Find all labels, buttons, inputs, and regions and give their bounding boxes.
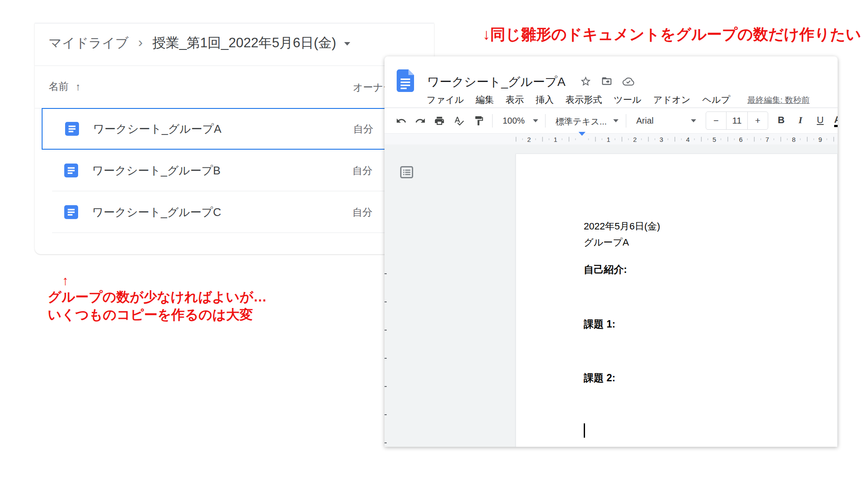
menu-insert[interactable]: 挿入 bbox=[536, 94, 554, 106]
cloud-saved-icon[interactable] bbox=[622, 75, 634, 87]
ruler-tick bbox=[536, 138, 536, 140]
toolbar-separator bbox=[626, 114, 626, 128]
breadcrumb-root[interactable]: マイドライブ bbox=[49, 34, 128, 52]
move-to-folder-icon[interactable] bbox=[601, 75, 613, 87]
ruler-tick bbox=[648, 137, 648, 142]
ruler-tick bbox=[522, 138, 523, 140]
column-header-name[interactable]: 名前 ↑ bbox=[49, 80, 81, 93]
ruler-tick bbox=[602, 138, 602, 140]
annotation-bottom-line2: いくつものコピーを作るのは大変 bbox=[48, 307, 253, 322]
text-cursor bbox=[584, 423, 585, 438]
ruler-tick bbox=[807, 137, 807, 142]
doc-file-icon bbox=[65, 122, 79, 136]
horizontal-ruler: 21123456789 bbox=[385, 133, 838, 145]
ruler-tick bbox=[727, 137, 728, 142]
ruler-number: 5 bbox=[713, 136, 716, 143]
zoom-caret-icon[interactable] bbox=[533, 119, 538, 122]
docs-window: ワークシート_グループA ファイル 編集 表示 挿入 表示形式 ツール アドオン… bbox=[385, 56, 838, 447]
file-owner: 自分 bbox=[353, 122, 373, 136]
doc-task1-heading: 課題 1: bbox=[584, 318, 615, 331]
vertical-ruler-tick bbox=[385, 301, 387, 302]
breadcrumb-folder[interactable]: 授業_第1回_2022年5月6日(金) bbox=[152, 34, 336, 52]
ruler-tick bbox=[760, 138, 761, 140]
file-row[interactable]: ワークシート_グループA 自分 bbox=[42, 108, 434, 150]
font-size-stepper: − 11 + bbox=[706, 111, 768, 130]
ruler-tick bbox=[516, 137, 516, 142]
text-color-button[interactable]: A bbox=[834, 115, 838, 127]
menu-format[interactable]: 表示形式 bbox=[566, 94, 602, 106]
doc-title[interactable]: ワークシート_グループA bbox=[427, 74, 566, 90]
ruler-tick bbox=[734, 138, 734, 140]
underline-button[interactable]: U bbox=[817, 115, 824, 126]
ruler-tick bbox=[668, 138, 668, 140]
font-size-increase-button[interactable]: + bbox=[748, 112, 768, 129]
document-outline-icon[interactable] bbox=[400, 166, 413, 178]
menu-file[interactable]: ファイル bbox=[427, 94, 464, 106]
title-action-icons bbox=[580, 75, 634, 87]
file-name: ワークシート_グループC bbox=[92, 205, 221, 220]
ruler-tick bbox=[694, 138, 695, 140]
menu-view[interactable]: 表示 bbox=[506, 94, 524, 106]
ruler-tick bbox=[787, 138, 787, 140]
menu-addons[interactable]: アドオン bbox=[653, 94, 690, 106]
doc-intro-heading: 自己紹介: bbox=[584, 263, 627, 276]
document-canvas: 2022年5月6日(金) グループA 自己紹介: 課題 1: 課題 2: bbox=[385, 144, 838, 447]
ruler-tick bbox=[774, 138, 774, 140]
paragraph-style-select[interactable]: 標準テキス... bbox=[556, 116, 607, 128]
file-row[interactable]: ワークシート_グループB 自分 bbox=[42, 150, 434, 191]
ruler-tick bbox=[595, 137, 595, 142]
ruler-number: 2 bbox=[527, 136, 531, 143]
ruler-tick bbox=[628, 138, 628, 140]
zoom-select[interactable]: 100% bbox=[503, 116, 525, 126]
ruler-tick bbox=[654, 138, 655, 140]
vertical-ruler-tick bbox=[385, 414, 387, 415]
google-docs-app-icon bbox=[397, 69, 414, 92]
doc-group-line: グループA bbox=[584, 236, 629, 249]
column-name-label: 名前 bbox=[49, 80, 69, 93]
spellcheck-icon[interactable] bbox=[454, 115, 464, 126]
star-icon[interactable] bbox=[580, 75, 592, 87]
redo-icon[interactable] bbox=[415, 115, 426, 126]
paint-format-icon[interactable] bbox=[473, 115, 484, 126]
toolbar-separator bbox=[545, 114, 546, 128]
italic-button[interactable]: I bbox=[799, 115, 802, 126]
ruler-tick bbox=[575, 138, 575, 140]
ruler-number: 1 bbox=[554, 136, 557, 143]
file-list-header: 名前 ↑ オーナー bbox=[35, 66, 434, 108]
ruler-number: 1 bbox=[607, 136, 610, 143]
undo-icon[interactable] bbox=[396, 115, 407, 126]
font-select[interactable]: Arial bbox=[636, 116, 654, 126]
vertical-ruler-tick bbox=[385, 442, 387, 443]
sort-ascending-icon: ↑ bbox=[76, 81, 81, 93]
font-size-value[interactable]: 11 bbox=[726, 112, 748, 129]
ruler-tick bbox=[721, 138, 721, 140]
file-row[interactable]: ワークシート_グループC 自分 bbox=[42, 191, 434, 233]
menu-edit[interactable]: 編集 bbox=[476, 94, 494, 106]
file-list: ワークシート_グループA 自分 ワークシート_グループB 自分 ワークシート_グ… bbox=[42, 108, 434, 233]
ruler-tick bbox=[589, 138, 589, 140]
last-edit-link[interactable]: 最終編集: 数秒前 bbox=[747, 95, 810, 106]
menu-tools[interactable]: ツール bbox=[614, 94, 641, 106]
ruler-number: 2 bbox=[633, 136, 637, 143]
font-size-decrease-button[interactable]: − bbox=[706, 112, 726, 129]
annotation-up-arrow: ↑ bbox=[62, 273, 267, 288]
ruler-tick bbox=[813, 138, 814, 140]
print-icon[interactable] bbox=[434, 115, 445, 126]
ruler-number: 3 bbox=[660, 136, 663, 143]
ruler-tick bbox=[615, 138, 615, 140]
bold-button[interactable]: B bbox=[778, 115, 785, 126]
doc-file-icon bbox=[64, 205, 78, 219]
ruler-number: 4 bbox=[686, 136, 690, 143]
file-owner: 自分 bbox=[352, 206, 372, 219]
ruler-tick bbox=[674, 137, 675, 142]
ruler-number: 9 bbox=[819, 136, 822, 143]
font-caret-icon[interactable] bbox=[691, 119, 696, 122]
left-indent-marker[interactable] bbox=[579, 136, 585, 144]
ruler-tick bbox=[780, 137, 781, 142]
breadcrumb-dropdown-icon[interactable] bbox=[344, 42, 350, 46]
style-caret-icon[interactable] bbox=[613, 119, 618, 122]
ruler-tick bbox=[542, 137, 542, 142]
document-page[interactable]: 2022年5月6日(金) グループA 自己紹介: 課題 1: 課題 2: bbox=[516, 154, 838, 447]
menu-help[interactable]: ヘルプ bbox=[702, 94, 730, 106]
file-owner: 自分 bbox=[352, 164, 372, 177]
